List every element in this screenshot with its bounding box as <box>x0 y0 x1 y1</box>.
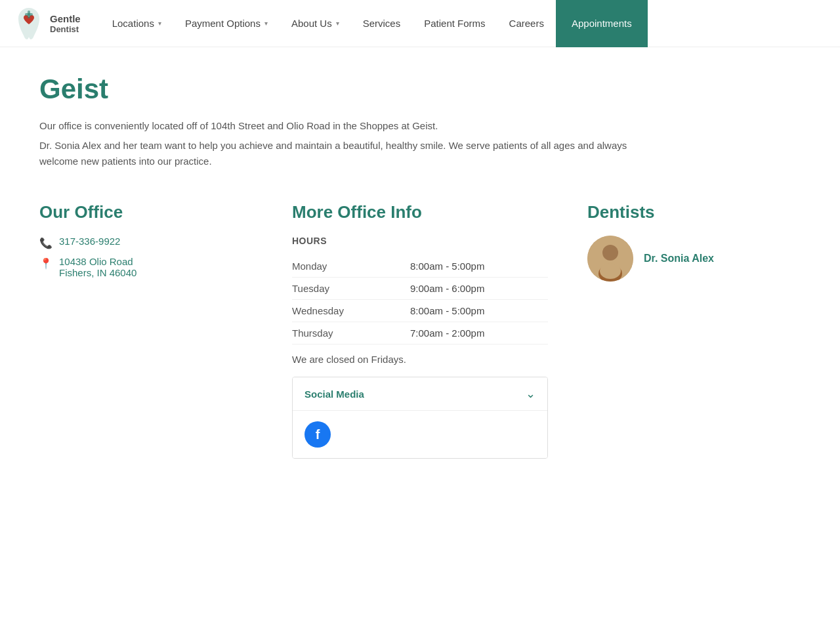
main-nav: Locations▾Payment Options▾About Us▾Servi… <box>100 0 648 47</box>
nav-label: Payment Options <box>185 18 261 29</box>
intro-text: Our office is conveniently located off o… <box>39 118 630 169</box>
chevron-down-icon: ▾ <box>158 20 161 27</box>
day-cell: Thursday <box>292 322 410 345</box>
office-heading: Our Office <box>39 202 253 222</box>
day-cell: Tuesday <box>292 278 410 300</box>
hours-row: Thursday7:00am - 2:00pm <box>292 322 548 345</box>
location-icon: 📍 <box>39 257 52 270</box>
dentists-heading: Dentists <box>587 202 801 222</box>
facebook-icon[interactable]: f <box>304 421 331 448</box>
time-cell: 8:00am - 5:00pm <box>410 255 548 278</box>
chevron-down-icon: ▾ <box>336 20 339 27</box>
nav-item-services[interactable]: Services <box>351 0 413 47</box>
dentists-section: Dentists Dr. Sonia Alex <box>587 202 801 282</box>
hours-row: Wednesday8:00am - 5:00pm <box>292 300 548 322</box>
nav-label: Locations <box>112 18 154 29</box>
nav-label: Careers <box>509 18 544 29</box>
logo-line2: Dentist <box>50 24 81 34</box>
social-label: Social Media <box>304 388 364 400</box>
time-cell: 9:00am - 6:00pm <box>410 278 548 300</box>
address-row[interactable]: 📍 10438 Olio Road Fishers, IN 46040 <box>39 256 253 278</box>
social-body: f <box>293 410 547 458</box>
phone-icon: 📞 <box>39 237 52 249</box>
nav-item-locations[interactable]: Locations▾ <box>100 0 173 47</box>
chevron-down-icon: ⌄ <box>526 387 536 401</box>
hours-table: Monday8:00am - 5:00pmTuesday9:00am - 6:0… <box>292 255 548 345</box>
social-accordion-header[interactable]: Social Media ⌄ <box>293 377 547 410</box>
nav-label: About Us <box>291 18 332 29</box>
more-info-section: More Office Info HOURS Monday8:00am - 5:… <box>292 202 548 459</box>
dentist-name: Dr. Sonia Alex <box>644 253 714 264</box>
dentist-card[interactable]: Dr. Sonia Alex <box>587 236 801 282</box>
hours-label: HOURS <box>292 236 548 246</box>
svg-rect-1 <box>25 13 33 16</box>
nav-label: Appointments <box>572 18 632 29</box>
logo[interactable]: Gentle Dentist <box>13 5 81 42</box>
nav-item-patient-forms[interactable]: Patient Forms <box>412 0 497 47</box>
logo-line1: Gentle <box>50 13 81 24</box>
page-title: Geist <box>39 74 801 105</box>
closed-note: We are closed on Fridays. <box>292 354 548 365</box>
nav-label: Services <box>363 18 401 29</box>
nav-item-careers[interactable]: Careers <box>497 0 556 47</box>
hours-row: Tuesday9:00am - 6:00pm <box>292 278 548 300</box>
time-cell: 7:00am - 2:00pm <box>410 322 548 345</box>
day-cell: Wednesday <box>292 300 410 322</box>
office-contact: 📞 317-336-9922 📍 10438 Olio Road Fishers… <box>39 236 253 278</box>
more-info-heading: More Office Info <box>292 202 548 222</box>
chevron-down-icon: ▾ <box>264 20 268 27</box>
nav-item-about-us[interactable]: About Us▾ <box>280 0 351 47</box>
phone-number: 317-336-9922 <box>59 236 120 247</box>
address-line2: Fishers, IN 46040 <box>59 267 136 278</box>
office-section: Our Office 📞 317-336-9922 📍 10438 Olio R… <box>39 202 253 278</box>
hours-row: Monday8:00am - 5:00pm <box>292 255 548 278</box>
avatar <box>587 236 633 282</box>
svg-point-5 <box>600 263 621 279</box>
phone-row[interactable]: 📞 317-336-9922 <box>39 236 253 249</box>
intro-line2: Dr. Sonia Alex and her team want to help… <box>39 138 630 169</box>
social-accordion: Social Media ⌄ f <box>292 377 548 459</box>
nav-label: Patient Forms <box>424 18 485 29</box>
time-cell: 8:00am - 5:00pm <box>410 300 548 322</box>
svg-point-3 <box>602 245 618 261</box>
intro-line1: Our office is conveniently located off o… <box>39 118 630 134</box>
address-line1: 10438 Olio Road <box>59 256 136 267</box>
nav-item-payment-options[interactable]: Payment Options▾ <box>173 0 280 47</box>
day-cell: Monday <box>292 255 410 278</box>
nav-item-appointments[interactable]: Appointments <box>556 0 648 47</box>
